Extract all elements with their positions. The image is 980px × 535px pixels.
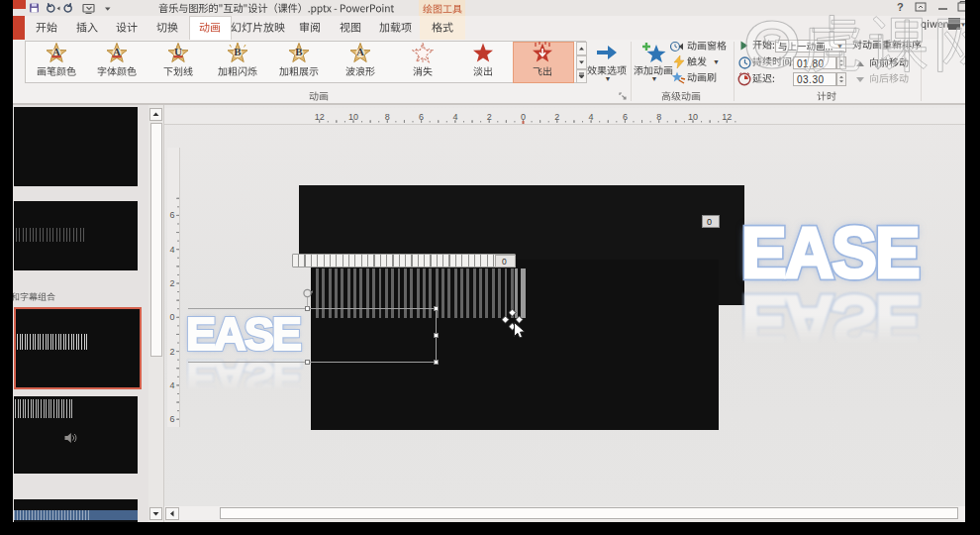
svg-text:2: 2 bbox=[487, 112, 492, 122]
svg-text:B: B bbox=[234, 46, 242, 57]
svg-text:10: 10 bbox=[348, 112, 358, 122]
svg-text:2: 2 bbox=[169, 347, 174, 357]
svg-text:A: A bbox=[52, 46, 60, 57]
svg-text:2: 2 bbox=[169, 278, 174, 288]
svg-text:A: A bbox=[356, 46, 364, 57]
svg-text:0: 0 bbox=[521, 112, 526, 122]
svg-text:6: 6 bbox=[169, 210, 174, 220]
svg-text:8: 8 bbox=[385, 112, 390, 122]
svg-text:4: 4 bbox=[169, 380, 174, 390]
svg-text:0: 0 bbox=[169, 312, 174, 322]
svg-text:6: 6 bbox=[623, 112, 628, 122]
svg-text:?: ? bbox=[897, 1, 904, 13]
svg-text:12: 12 bbox=[722, 112, 732, 122]
svg-text:10: 10 bbox=[688, 112, 698, 122]
svg-text:4: 4 bbox=[452, 112, 457, 122]
svg-text:2: 2 bbox=[554, 112, 559, 122]
svg-text:12: 12 bbox=[315, 112, 325, 122]
svg-text:U: U bbox=[174, 46, 182, 57]
svg-text:A: A bbox=[113, 46, 121, 57]
svg-text:8: 8 bbox=[656, 112, 661, 122]
svg-text:B: B bbox=[295, 46, 303, 57]
svg-text:6: 6 bbox=[169, 414, 174, 424]
svg-text:4: 4 bbox=[169, 245, 174, 255]
svg-text:6: 6 bbox=[419, 112, 424, 122]
svg-text:4: 4 bbox=[589, 112, 594, 122]
